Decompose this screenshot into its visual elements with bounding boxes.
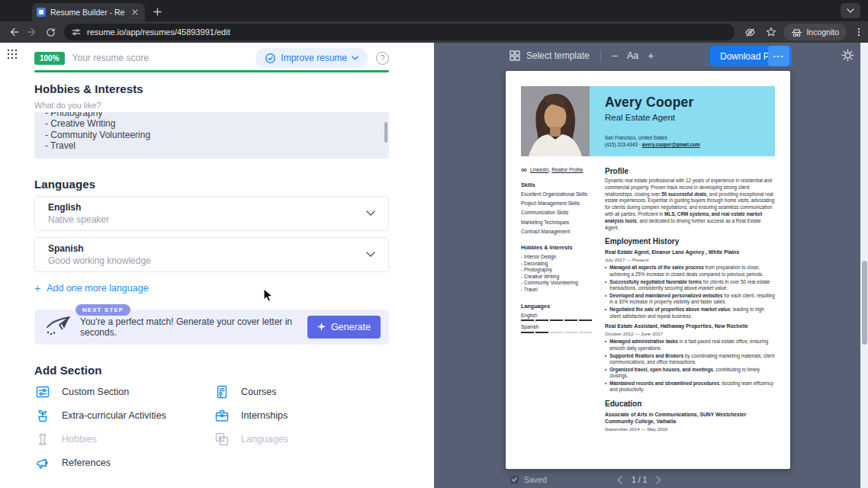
url-bar[interactable]: resume.io/app/resumes/45893991/edit: [64, 24, 735, 40]
tab-title: Resume Builder - Resume.io: [50, 8, 125, 17]
link-icon: [521, 168, 527, 172]
tab-close-icon[interactable]: [130, 7, 140, 18]
font-smaller-button[interactable]: −: [612, 50, 618, 62]
add-section-item[interactable]: Courses: [214, 384, 389, 400]
language-card-spanish[interactable]: Spanish Good working knowledge: [34, 237, 389, 272]
resume-left-column: LinkedIn, Realtor Profile Skills Excelle…: [521, 167, 600, 333]
next-step-message: You're a perfect match! Generate your co…: [80, 316, 307, 338]
job-bullet: •Maintained records and streamlined proc…: [605, 380, 775, 393]
site-settings-icon[interactable]: [72, 27, 81, 37]
job-bullet: •Managed all aspects of the sales proces…: [605, 265, 775, 278]
preview-panel: Select template − Aa + Download PDF ···: [434, 43, 860, 488]
page-scrollbar[interactable]: [860, 43, 868, 488]
add-section-item[interactable]: Custom Section: [34, 384, 214, 400]
incognito-label: Incognito: [806, 27, 839, 37]
forward-icon[interactable]: [23, 23, 41, 41]
job-bullet: •Organized travel, open houses, and meet…: [605, 367, 775, 380]
add-language-button[interactable]: + Add one more language: [34, 282, 149, 294]
next-page-icon[interactable]: [656, 476, 661, 484]
textarea-scrollbar[interactable]: [384, 122, 387, 143]
check-circle-icon: [265, 53, 276, 64]
resume-skills-list: Excellent Organizational SkillsProject M…: [521, 191, 600, 235]
browser-menu-icon[interactable]: [850, 23, 868, 41]
site-favicon: [37, 8, 46, 17]
internships-icon: [214, 407, 230, 424]
job-bullet: •Supported Realtors and Brokers by coord…: [605, 353, 775, 366]
hobby-item: - Decorating: [521, 261, 600, 268]
more-options-button[interactable]: ···: [768, 46, 789, 66]
browser-nav-bar: resume.io/app/resumes/45893991/edit Inco…: [0, 21, 868, 43]
resume-contact: San Francisco, United States (415) 223-4…: [605, 134, 700, 148]
resume-name: Avery Cooper: [605, 95, 775, 111]
saved-label: Saved: [524, 475, 547, 484]
language-level: Good working knowledge: [48, 255, 366, 266]
job-bullet: •Negotiated the sale of properties above…: [605, 307, 775, 319]
job-bullet: •Developed and maintained personalized w…: [605, 293, 775, 306]
skill-item: Excellent Organizational Skills: [521, 191, 600, 197]
resume-link: Realtor Profile: [551, 167, 583, 172]
add-section-item[interactable]: References: [34, 454, 214, 471]
resume-language-row: Spanish: [521, 324, 600, 333]
proficiency-segment: [579, 332, 592, 333]
font-larger-button[interactable]: +: [648, 50, 654, 62]
hobbies-question-label: What do you like?: [34, 101, 389, 110]
languages-section-title: Languages: [34, 178, 389, 191]
select-template-button[interactable]: Select template: [510, 50, 590, 61]
prev-page-icon[interactable]: [617, 476, 622, 484]
incognito-badge: Incognito: [783, 24, 847, 40]
resume-link: LinkedIn: [530, 167, 549, 172]
settings-gear-icon[interactable]: [841, 49, 854, 65]
browser-tab[interactable]: Resume Builder - Resume.io: [32, 3, 145, 21]
help-button[interactable]: ?: [376, 52, 389, 65]
preview-toolbar: Select template − Aa + Download PDF ···: [434, 43, 860, 69]
resume-skills-title: Skills: [521, 181, 600, 188]
add-section-item-label: Courses: [241, 387, 277, 397]
skill-item: Project Management Skills: [521, 201, 600, 207]
reload-icon[interactable]: [41, 23, 59, 41]
chevron-down-icon[interactable]: [366, 210, 375, 216]
score-badge: 100%: [34, 52, 65, 65]
resume-jobs: Real Estate Agent, Eleanor Lane Agency ,…: [605, 249, 775, 393]
add-section-item-label: Languages: [241, 434, 288, 445]
language-card-english[interactable]: English Native speaker: [34, 196, 389, 231]
improve-resume-button[interactable]: Improve resume: [256, 48, 368, 68]
page-navigator: 1 / 1: [617, 471, 661, 488]
hobby-item: - Photography: [521, 267, 600, 274]
resume-phone: (415) 223-4343: [605, 142, 638, 147]
chevron-down-icon[interactable]: [366, 252, 375, 257]
job-bullets: •Managed all aspects of the sales proces…: [605, 265, 775, 319]
back-icon[interactable]: [5, 23, 23, 41]
browser-tab-bar: Resume Builder - Resume.io: [0, 0, 868, 21]
resume-languages-list: EnglishSpanish: [521, 313, 600, 333]
add-section-item-label: Custom Section: [62, 387, 129, 397]
courses-icon: [214, 384, 230, 400]
proficiency-segment: [564, 319, 577, 321]
skill-item: Communication Skills: [521, 210, 600, 216]
hobbies-textarea[interactable]: - Photography - Creative Writing - Commu…: [34, 112, 389, 159]
bookmark-star-icon[interactable]: [762, 23, 780, 41]
proficiency-segment: [550, 332, 563, 333]
add-section-item-label: Extra-curricular Activities: [62, 410, 166, 421]
hobbies-icon: [34, 431, 51, 448]
resume-header: Avery Cooper Real Estate Agent San Franc…: [590, 86, 775, 156]
resume-education-title: Education: [605, 400, 775, 408]
eye-off-icon[interactable]: [741, 23, 759, 41]
resume-right-column: Profile Dynamic real estate professional…: [605, 167, 775, 432]
window-chevron-icon[interactable]: [841, 3, 860, 18]
employment-entry: Real Estate Assistant, Hathaway Properti…: [605, 323, 775, 393]
resume-employment-title: Employment History: [605, 237, 775, 246]
generate-button[interactable]: Generate: [307, 316, 381, 339]
resume-job-title: Real Estate Agent: [605, 113, 775, 122]
profile-photo: [521, 86, 590, 156]
proficiency-segment: [550, 319, 563, 321]
contact-separator: ·: [639, 142, 641, 147]
scrollbar-thumb[interactable]: [862, 261, 867, 345]
add-section-item[interactable]: Extra-curricular Activities: [34, 407, 214, 424]
add-section-item[interactable]: Internships: [214, 407, 389, 424]
new-tab-icon[interactable]: [151, 5, 163, 18]
resume-page[interactable]: Avery Cooper Real Estate Agent San Franc…: [506, 71, 790, 469]
hobbies-textarea-value: - Photography - Creative Writing - Commu…: [45, 112, 378, 152]
apps-grid-icon[interactable]: [7, 49, 18, 63]
resume-email: avery.cooper@gmail.com: [642, 142, 700, 147]
add-section-item: Languages: [214, 431, 389, 448]
